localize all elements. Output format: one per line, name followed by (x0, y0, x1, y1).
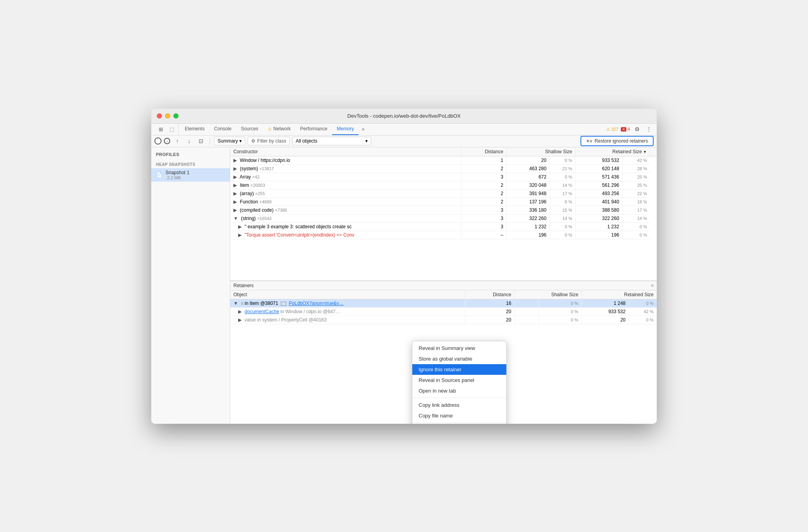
table-row[interactable]: ▶ " example 3 example 3: scattered objec… (230, 222, 657, 231)
object-header: Object (230, 290, 465, 299)
document-cache-link[interactable]: documentCache (244, 309, 279, 314)
table-row[interactable]: ▶ Array ×42 3 672 0 % 571 436 25 % (230, 173, 657, 181)
chevron-down-icon: ▾ (239, 138, 242, 144)
expand-icon[interactable]: ▶ (233, 191, 237, 196)
menu-separator-2 (412, 423, 506, 423)
expand-icon[interactable]: ▶ (238, 317, 242, 323)
expand-icon[interactable]: ▶ (233, 182, 237, 188)
snapshot-label: Snapshot 1 (165, 170, 190, 175)
table-area: Constructor Distance Shallow Size Retain… (230, 147, 657, 424)
devtools-window: DevTools - codepen.io/web-dot-dev/live/P… (151, 109, 657, 424)
close-button[interactable] (157, 113, 162, 118)
scroll-col (650, 147, 657, 156)
expand-icon[interactable]: ▼ (233, 301, 238, 306)
table-row[interactable]: ▶ "Torque assert 'Convert<uintptr>(endIn… (230, 231, 657, 239)
expand-icon[interactable]: ▶ (233, 199, 237, 205)
tab-elements[interactable]: Elements (180, 124, 209, 135)
more-options-icon[interactable]: ⋮ (644, 124, 654, 134)
tab-bar: ⊞ ⬚ Elements Console Sources ⚠ Network P… (151, 124, 657, 135)
expand-icon[interactable]: ▶ (233, 174, 237, 180)
tab-console[interactable]: Console (209, 124, 236, 135)
retainers-header: Retainers ≡ (230, 281, 657, 290)
inspect-icon[interactable]: ⊞ (156, 124, 165, 134)
sidebar-section-title: HEAP SNAPSHOTS (151, 159, 230, 168)
heap-table[interactable]: Constructor Distance Shallow Size Retain… (230, 147, 657, 281)
restore-button[interactable]: ✕≡ Restore ignored retainers (581, 136, 654, 146)
window-title: DevTools - codepen.io/web-dot-dev/live/P… (348, 113, 461, 119)
table-row[interactable]: ▶ Window / https://cdpn.io 1 20 0 % 933 … (230, 156, 657, 164)
table-row[interactable]: ▶ (system) ×13817 2 463 280 21 % 620 148… (230, 164, 657, 173)
maximize-button[interactable] (173, 113, 179, 118)
retainer-row[interactable]: ▶ value in system / PropertyCell @40163 … (230, 316, 657, 324)
menu-item-copy-link[interactable]: Copy link address (412, 400, 506, 410)
filter-icon: ⚙ (251, 138, 256, 144)
source-link[interactable]: PoLdbOX?anon=true&v… (289, 301, 344, 306)
expand-icon[interactable]: ▶ (238, 232, 242, 238)
record-button[interactable] (154, 137, 162, 145)
network-warning-icon: ⚠ (268, 126, 272, 132)
warning-badge: ⚠ 327 (606, 127, 618, 132)
download-button[interactable]: ↓ (184, 136, 194, 146)
retainers-data-table: Object Distance Shallow Size Retained Si… (230, 290, 657, 324)
expand-icon[interactable]: ▶ (233, 207, 237, 213)
filter-button[interactable]: ⚙ Filter by class (248, 137, 289, 145)
table-row[interactable]: ▶ (array) ×255 2 391 948 17 % 493 256 22… (230, 189, 657, 197)
constructor-table: Constructor Distance Shallow Size Retain… (230, 147, 657, 239)
expand-icon[interactable]: ▼ (233, 216, 238, 221)
table-row[interactable]: ▶ Item ×20003 2 320 048 14 % 561 296 25 … (230, 181, 657, 189)
device-icon[interactable]: ⬚ (167, 124, 177, 134)
restore-icon: ✕≡ (586, 139, 592, 144)
warning-icon: ⚠ (606, 127, 610, 132)
retainer-row[interactable]: ▼ x in Item @38071 PoLdbOX?anon=true&v… … (230, 299, 657, 308)
tab-sources[interactable]: Sources (236, 124, 263, 135)
expand-icon[interactable]: ▶ (233, 166, 237, 171)
retainer-shallow-header: Shallow Size (515, 290, 582, 299)
distance-header: Distance (461, 147, 507, 156)
settings-icon[interactable]: ⚙ (632, 124, 642, 134)
upload-button[interactable]: ↑ (173, 136, 182, 146)
menu-item-reveal-sources[interactable]: Reveal in Sources panel (412, 375, 506, 385)
retainers-scroll-icon: ≡ (651, 283, 654, 288)
retainer-row[interactable]: ▶ documentCache in Window / cdpn.io @647… (230, 308, 657, 316)
table-row[interactable]: ▶ (compiled code) ×7386 3 336 180 15 % 3… (230, 206, 657, 214)
error-icon: ✕ (621, 127, 626, 132)
retainer-distance-header: Distance (465, 290, 515, 299)
traffic-lights (157, 113, 179, 118)
table-row[interactable]: ▶ Function ×4689 2 137 196 6 % 401 940 1… (230, 197, 657, 206)
main-content: Profiles HEAP SNAPSHOTS 📄 Snapshot 1 2.2… (151, 147, 657, 424)
expand-icon[interactable]: ▶ (233, 158, 237, 163)
tab-performance[interactable]: Performance (295, 124, 332, 135)
summary-select[interactable]: Summary ▾ (214, 137, 245, 145)
menu-item-reveal-summary[interactable]: Reveal in Summary view (412, 343, 506, 353)
snapshot-icon: 📄 (156, 172, 162, 178)
minimize-button[interactable] (165, 113, 170, 118)
memory-toolbar: ○ ↑ ↓ ⊡ Summary ▾ ⚙ Filter by class All … (151, 135, 657, 147)
sidebar: Profiles HEAP SNAPSHOTS 📄 Snapshot 1 2.2… (151, 147, 230, 424)
collect-button[interactable]: ⊡ (196, 136, 206, 146)
table-row[interactable]: ▼ (string) ×16542 3 322 260 14 % 322 260… (230, 214, 657, 222)
toolbar-right: ⚠ 327 ✕ 4 ⚙ ⋮ (606, 124, 654, 135)
sidebar-title: Profiles (151, 152, 230, 159)
snapshot-size: 2.2 MB (167, 175, 190, 180)
expand-icon[interactable]: ▶ (238, 309, 242, 314)
menu-item-store-global[interactable]: Store as global variable (412, 353, 506, 364)
objects-select[interactable]: All objects ▾ (292, 137, 371, 145)
shallow-size-header: Shallow Size (507, 147, 576, 156)
more-tabs-button[interactable]: » (359, 124, 368, 135)
chevron-down-icon: ▾ (365, 138, 368, 144)
menu-separator (412, 398, 506, 398)
title-bar: DevTools - codepen.io/web-dot-dev/live/P… (151, 109, 657, 124)
constructor-header: Constructor (230, 147, 461, 156)
menu-item-copy-filename[interactable]: Copy file name (412, 410, 506, 421)
tab-memory[interactable]: Memory (332, 124, 359, 135)
context-menu: Reveal in Summary view Store as global v… (412, 341, 507, 424)
menu-item-open-tab[interactable]: Open in new tab (412, 385, 506, 396)
retained-size-header[interactable]: Retained Size (575, 147, 650, 156)
retainer-retained-header: Retained Size (582, 290, 657, 299)
sidebar-item-snapshot1[interactable]: 📄 Snapshot 1 2.2 MB (151, 168, 230, 182)
stop-button[interactable]: ○ (164, 138, 170, 144)
menu-item-ignore-retainer[interactable]: Ignore this retainer (412, 364, 506, 375)
expand-icon[interactable]: ▶ (238, 224, 242, 229)
error-badge: ✕ 4 (621, 127, 630, 132)
tab-network[interactable]: ⚠ Network (263, 124, 295, 135)
